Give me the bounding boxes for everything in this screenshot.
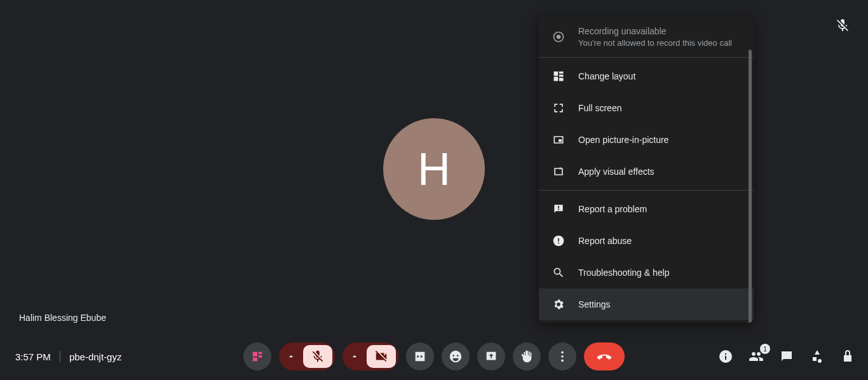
companion-mode-button[interactable] — [243, 343, 271, 370]
meeting-code-label: pbe-dnjt-gyz — [69, 351, 122, 362]
report-abuse-icon — [552, 234, 566, 248]
menu-scrollbar-thumb[interactable] — [749, 50, 752, 323]
menu-report-abuse-label: Report abuse — [578, 235, 632, 247]
avatar-initial: H — [417, 143, 451, 195]
camera-options-chevron[interactable] — [342, 351, 367, 362]
mic-control-pill — [279, 343, 335, 370]
clock-label: 3:57 PM — [15, 351, 51, 362]
host-controls-button[interactable] — [839, 348, 857, 365]
pip-icon — [552, 133, 566, 147]
menu-item-settings[interactable]: Settings — [539, 288, 754, 320]
menu-item-visual-effects[interactable]: Apply visual effects — [539, 156, 754, 187]
raise-hand-button[interactable] — [513, 343, 541, 370]
bottom-bar: 3:57 PM pbe-dnjt-gyz — [0, 333, 868, 380]
menu-full-screen-label: Full screen — [578, 102, 621, 114]
svg-point-1 — [557, 35, 561, 39]
people-panel-button[interactable]: 1 — [747, 348, 765, 365]
fullscreen-icon — [552, 101, 566, 115]
more-options-menu[interactable]: Recording unavailable You're not allowed… — [539, 17, 754, 323]
people-count-badge: 1 — [760, 344, 770, 354]
menu-change-layout-label: Change layout — [578, 71, 635, 83]
menu-settings-label: Settings — [578, 299, 611, 311]
activities-button[interactable] — [808, 348, 826, 365]
participant-name-label: Halim Blessing Ebube — [19, 313, 106, 323]
help-icon — [552, 266, 566, 280]
menu-visual-effects-label: Apply visual effects — [578, 166, 654, 178]
captions-button[interactable] — [406, 343, 434, 370]
footer-divider — [60, 351, 60, 362]
menu-recording-subtitle: You're not allowed to record this video … — [578, 37, 732, 49]
meeting-info-button[interactable] — [717, 348, 735, 365]
menu-item-picture-in-picture[interactable]: Open picture-in-picture — [539, 124, 754, 156]
menu-item-report-problem[interactable]: Report a problem — [539, 193, 754, 225]
more-options-button[interactable] — [548, 343, 576, 370]
layout-icon — [552, 69, 566, 83]
record-icon — [552, 30, 566, 44]
menu-recording-title: Recording unavailable — [578, 25, 732, 37]
mic-toggle-button[interactable] — [303, 345, 332, 368]
menu-item-report-abuse[interactable]: Report abuse — [539, 225, 754, 257]
feedback-icon — [552, 202, 566, 216]
bottom-bar-right: 1 — [717, 348, 857, 365]
camera-toggle-button[interactable] — [367, 345, 396, 368]
bottom-bar-center — [243, 343, 625, 370]
menu-pip-label: Open picture-in-picture — [578, 134, 668, 146]
participant-avatar: H — [383, 118, 485, 220]
present-button[interactable] — [477, 343, 505, 370]
bottom-bar-left: 3:57 PM pbe-dnjt-gyz — [15, 351, 121, 362]
reactions-button[interactable] — [442, 343, 470, 370]
menu-item-recording: Recording unavailable You're not allowed… — [539, 17, 754, 57]
svg-point-4 — [561, 360, 564, 362]
effects-icon — [552, 165, 566, 179]
menu-item-change-layout[interactable]: Change layout — [539, 60, 754, 92]
leave-call-button[interactable] — [584, 343, 625, 370]
menu-troubleshooting-label: Troubleshooting & help — [578, 267, 669, 279]
chat-panel-button[interactable] — [778, 348, 796, 365]
camera-control-pill — [342, 343, 398, 370]
mic-options-chevron[interactable] — [279, 351, 303, 362]
menu-item-troubleshooting[interactable]: Troubleshooting & help — [539, 257, 754, 288]
gear-icon — [552, 297, 566, 311]
menu-item-full-screen[interactable]: Full screen — [539, 92, 754, 124]
remote-mic-off-icon — [835, 18, 850, 33]
svg-point-3 — [561, 355, 564, 358]
menu-report-problem-label: Report a problem — [578, 203, 647, 215]
svg-point-2 — [561, 351, 564, 354]
